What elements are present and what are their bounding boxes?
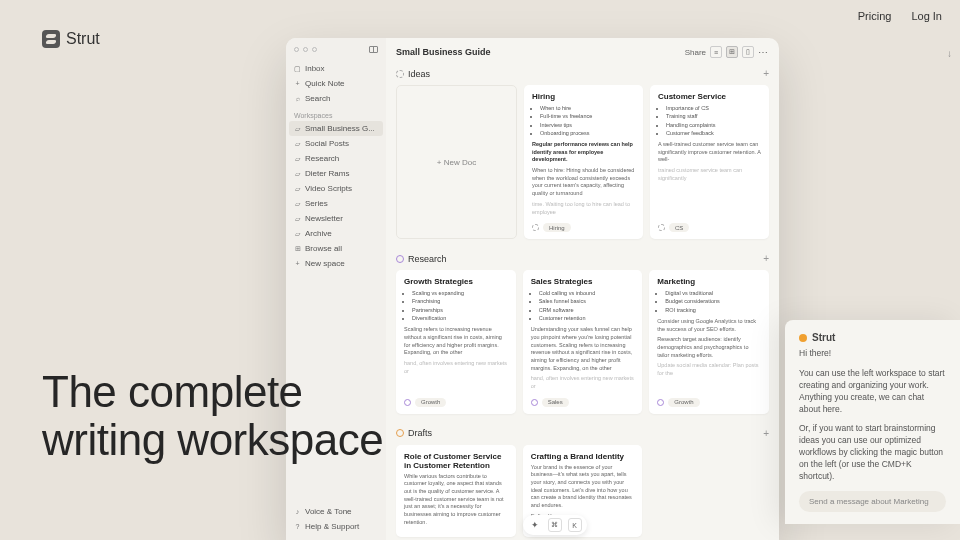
- card-growth[interactable]: Growth Strategies Scaling vs expanding F…: [396, 270, 516, 414]
- sidebar-item-research[interactable]: ▱Research: [286, 151, 386, 166]
- nav-search[interactable]: ⌕Search: [286, 91, 386, 106]
- view-list-icon[interactable]: ≡: [710, 46, 722, 58]
- window-controls: [286, 46, 386, 61]
- main-panel: Small Business Guide Share ≡ ⊞ ▯ ⋯ Ideas…: [386, 38, 779, 540]
- folder-icon: ▱: [294, 215, 301, 222]
- plus-icon: +: [294, 80, 301, 87]
- tag-ring-icon: [657, 399, 664, 406]
- view-grid-icon[interactable]: ⊞: [726, 46, 738, 58]
- chat-avatar-icon: [799, 334, 807, 342]
- top-nav: Pricing Log In: [858, 10, 942, 22]
- chat-input[interactable]: Send a message about Marketing: [799, 491, 946, 512]
- folder-icon: ▱: [294, 125, 301, 132]
- traffic-light-close[interactable]: [294, 47, 299, 52]
- command-toolbar[interactable]: ✦ ⌘ K: [523, 515, 587, 535]
- traffic-light-max[interactable]: [312, 47, 317, 52]
- section-ideas: Ideas + + New Doc Hiring When to hire Fu…: [386, 64, 779, 249]
- logo-icon: [42, 30, 60, 48]
- hero-headline: The complete writing workspace: [42, 368, 383, 465]
- card-sales[interactable]: Sales Strategies Cold calling vs inbound…: [523, 270, 643, 414]
- add-research-button[interactable]: +: [763, 253, 769, 264]
- pricing-link[interactable]: Pricing: [858, 10, 892, 22]
- new-space[interactable]: +New space: [286, 256, 386, 271]
- tag-ring-icon: [531, 399, 538, 406]
- drafts-title: Drafts: [408, 428, 432, 438]
- browse-all[interactable]: ⊞Browse all: [286, 241, 386, 256]
- tag-sales[interactable]: Sales: [542, 398, 569, 407]
- sidebar-item-social[interactable]: ▱Social Posts: [286, 136, 386, 151]
- drafts-section-icon: [396, 429, 404, 437]
- sidebar-item-series[interactable]: ▱Series: [286, 196, 386, 211]
- chat-panel: Strut Hi there! You can use the left wor…: [785, 320, 960, 524]
- card-hiring[interactable]: Hiring When to hire Full-time vs freelan…: [524, 85, 643, 239]
- research-title: Research: [408, 254, 447, 264]
- tag-growth[interactable]: Growth: [415, 398, 446, 407]
- ideas-section-icon: [396, 70, 404, 78]
- sidebar-item-video[interactable]: ▱Video Scripts: [286, 181, 386, 196]
- nav-quick-note[interactable]: +Quick Note: [286, 76, 386, 91]
- tag-ring-icon: [532, 224, 539, 231]
- panel-toggle-icon[interactable]: [369, 46, 378, 53]
- section-research: Research + Growth Strategies Scaling vs …: [386, 249, 779, 424]
- share-button[interactable]: Share: [685, 48, 706, 57]
- card-customer-service[interactable]: Customer Service Importance of CS Traini…: [650, 85, 769, 239]
- sidebar-item-dieter[interactable]: ▱Dieter Rams: [286, 166, 386, 181]
- add-idea-button[interactable]: +: [763, 68, 769, 79]
- plus-icon: +: [294, 260, 301, 267]
- tag-ring-icon: [404, 399, 411, 406]
- folder-icon: ▱: [294, 140, 301, 147]
- inbox-icon: ▢: [294, 65, 301, 72]
- k-key: K: [568, 518, 582, 532]
- cmd-key: ⌘: [548, 518, 562, 532]
- nav-inbox[interactable]: ▢Inbox: [286, 61, 386, 76]
- new-doc-button[interactable]: + New Doc: [396, 85, 517, 239]
- voice-tone[interactable]: ♪Voice & Tone: [286, 504, 386, 519]
- voice-icon: ♪: [294, 508, 301, 515]
- chat-body: Hi there! You can use the left workspace…: [799, 348, 946, 483]
- card-cs-retention[interactable]: Role of Customer Service in Customer Ret…: [396, 445, 516, 537]
- sidebar-item-newsletter[interactable]: ▱Newsletter: [286, 211, 386, 226]
- ideas-title: Ideas: [408, 69, 430, 79]
- search-icon: ⌕: [294, 95, 301, 102]
- help-icon: ?: [294, 523, 301, 530]
- sidebar-item-small-business[interactable]: ▱Small Business G...: [289, 121, 383, 136]
- brand-logo[interactable]: Strut: [42, 30, 100, 48]
- help-support[interactable]: ?Help & Support: [286, 519, 386, 534]
- sidebar-item-archive[interactable]: ▱Archive: [286, 226, 386, 241]
- collapse-arrow-icon[interactable]: ↓: [947, 48, 952, 59]
- add-draft-button[interactable]: +: [763, 428, 769, 439]
- tag-growth[interactable]: Growth: [668, 398, 699, 407]
- chat-name: Strut: [812, 332, 835, 343]
- folder-icon: ▱: [294, 170, 301, 177]
- main-header: Small Business Guide Share ≡ ⊞ ▯ ⋯: [386, 38, 779, 64]
- login-link[interactable]: Log In: [911, 10, 942, 22]
- more-menu[interactable]: ⋯: [758, 47, 769, 58]
- grid-icon: ⊞: [294, 245, 301, 252]
- magic-icon[interactable]: ✦: [528, 518, 542, 532]
- tag-cs[interactable]: CS: [669, 223, 689, 232]
- folder-icon: ▱: [294, 230, 301, 237]
- folder-icon: ▱: [294, 155, 301, 162]
- tag-ring-icon: [658, 224, 665, 231]
- research-section-icon: [396, 255, 404, 263]
- header-actions: Share ≡ ⊞ ▯ ⋯: [685, 46, 769, 58]
- tag-hiring[interactable]: Hiring: [543, 223, 571, 232]
- view-board-icon[interactable]: ▯: [742, 46, 754, 58]
- workspaces-heading: Workspaces: [286, 106, 386, 121]
- brand-name: Strut: [66, 30, 100, 48]
- traffic-light-min[interactable]: [303, 47, 308, 52]
- card-marketing[interactable]: Marketing Digital vs traditional Budget …: [649, 270, 769, 414]
- folder-icon: ▱: [294, 185, 301, 192]
- folder-icon: ▱: [294, 200, 301, 207]
- page-title: Small Business Guide: [396, 47, 491, 57]
